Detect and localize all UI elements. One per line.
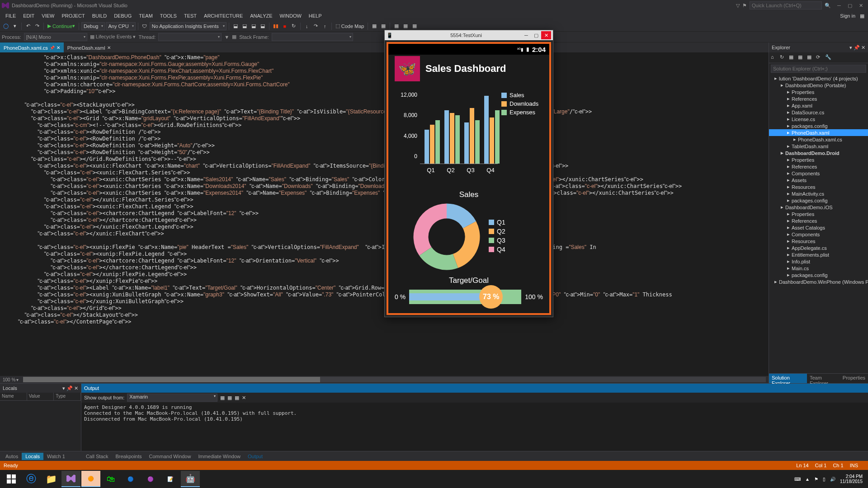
tray-vol-icon[interactable]: 🔊 <box>830 477 835 482</box>
step-button-2[interactable]: ⬓ <box>241 22 249 31</box>
stop-button[interactable]: ■ <box>281 22 289 31</box>
menu-file[interactable]: FILE <box>2 12 19 19</box>
tree-node[interactable]: ▸PhoneDash.xaml.cs <box>769 136 868 143</box>
step-out-button[interactable]: ↑ <box>321 22 329 31</box>
tree-node[interactable]: ▸Components <box>769 170 868 177</box>
lifecycle-button[interactable]: ▦ Lifecycle Events ▾ <box>90 34 136 40</box>
feedback-icon[interactable]: ▽ <box>736 3 740 9</box>
tray-keyboard-icon[interactable]: ⌨ <box>794 477 801 482</box>
insights-combo[interactable]: No Application Insights Events <box>150 22 226 30</box>
properties-icon[interactable]: 🔧 <box>825 54 832 61</box>
horizontal-scrollbar[interactable] <box>23 377 766 382</box>
tray-net-icon[interactable]: ▯ <box>823 477 826 482</box>
restart-button[interactable]: ↻ <box>290 22 298 31</box>
tab-watch1[interactable]: Watch 1 <box>43 453 69 460</box>
maximize-button[interactable]: ▢ <box>844 1 855 9</box>
pin-icon[interactable]: 📌 <box>854 45 860 50</box>
navigate-forward-button[interactable]: ▾ <box>11 22 19 31</box>
tree-node[interactable]: ▸Entitlements.plist <box>769 251 868 258</box>
menu-edit[interactable]: EDIT <box>19 12 38 19</box>
dropdown-icon[interactable]: ▾ <box>849 45 852 50</box>
solution-search-input[interactable] <box>771 65 866 73</box>
tree-node[interactable]: ▸Properties <box>769 89 868 95</box>
menu-test[interactable]: TEST <box>180 12 200 19</box>
tree-node[interactable]: ▸Main.cs <box>769 265 868 272</box>
menu-team[interactable]: TEAM <box>135 12 156 19</box>
tree-node[interactable]: ▸References <box>769 217 868 224</box>
tab-properties[interactable]: Properties <box>840 374 868 383</box>
menu-tools[interactable]: TOOLS <box>156 12 180 19</box>
tab-output[interactable]: Output <box>244 453 266 460</box>
tool-x3[interactable]: ▦ <box>392 22 401 31</box>
solution-tree[interactable]: ▸lution 'DashboardDemo' (4 projects)▸Das… <box>769 74 868 373</box>
quick-launch-input[interactable] <box>750 1 822 9</box>
close-icon[interactable]: ✕ <box>57 45 60 50</box>
menu-help[interactable]: HELP <box>305 12 326 19</box>
tree-node[interactable]: ▸MainActivity.cs <box>769 190 868 197</box>
col-name[interactable]: Name <box>0 393 27 400</box>
menu-architecture[interactable]: ARCHITECTURE <box>200 12 246 19</box>
user-icon[interactable]: ▦ <box>860 13 864 19</box>
step-button[interactable]: ⬓ <box>231 22 240 31</box>
store-icon[interactable]: 🛍 <box>101 471 120 487</box>
close-icon[interactable]: ✕ <box>74 385 78 391</box>
tool-x4[interactable]: ▦ <box>401 22 410 31</box>
tool-x2[interactable]: ▦ <box>379 22 387 31</box>
app-icon[interactable]: 🟠 <box>81 471 100 487</box>
menu-project[interactable]: PROJECT <box>58 12 88 19</box>
config-combo[interactable]: Debug <box>81 22 105 30</box>
continue-button[interactable]: ▶ Continue ▾ <box>46 22 76 31</box>
clear-icon[interactable]: ✕ <box>242 395 246 401</box>
tree-node[interactable]: ▸DashboardDemo.Droid <box>769 150 868 156</box>
tree-node[interactable]: ▸Info.plist <box>769 258 868 265</box>
thread-combo[interactable] <box>158 33 222 41</box>
tree-node[interactable]: ▸DataSource.cs <box>769 109 868 116</box>
close-button[interactable]: ✕ <box>541 31 551 39</box>
codemap-button[interactable]: ⬚ Code Map <box>334 22 366 31</box>
eclipse-icon[interactable]: 🟣 <box>141 471 160 487</box>
col-type[interactable]: Type <box>54 393 81 400</box>
tree-node[interactable]: ▸lution 'DashboardDemo' (4 projects) <box>769 75 868 82</box>
zoom-level[interactable]: 100 % <box>3 377 15 382</box>
sign-in-link[interactable]: Sign in <box>840 13 855 19</box>
tree-node[interactable]: ▸packages.config <box>769 272 868 278</box>
menu-build[interactable]: BUILD <box>89 12 110 19</box>
redo-button[interactable]: ↷ <box>33 22 41 31</box>
tool-icon[interactable]: ▦ <box>220 395 225 401</box>
tool-icon[interactable]: ▦ <box>235 395 239 401</box>
tree-node[interactable]: ▸App.xaml <box>769 102 868 109</box>
step-into-button[interactable]: ↓ <box>303 22 311 31</box>
menu-view[interactable]: VIEW <box>38 12 58 19</box>
close-icon[interactable]: ✕ <box>861 45 865 50</box>
tree-node[interactable]: ▸Properties <box>769 211 868 217</box>
tree-node[interactable]: ▸packages.config <box>769 122 868 129</box>
minimize-button[interactable]: ─ <box>521 31 531 39</box>
home-icon[interactable]: ⌂ <box>771 54 778 61</box>
tree-node[interactable]: ▸TabletDash.xaml <box>769 143 868 150</box>
start-button[interactable] <box>2 471 21 487</box>
minimize-button[interactable]: ─ <box>834 1 844 9</box>
tree-node[interactable]: ▸License.cs <box>769 116 868 122</box>
tool-icon[interactable]: ⟳ <box>816 54 823 61</box>
tool2-x1[interactable]: ▼ <box>224 34 229 40</box>
tool-icon[interactable]: ▦ <box>798 54 805 61</box>
pin-icon[interactable]: 📌 <box>66 385 73 391</box>
tab-solution-explorer[interactable]: Solution Explorer <box>769 374 807 383</box>
sync-icon[interactable]: ↻ <box>780 54 787 61</box>
tab-command[interactable]: Command Window <box>146 453 195 460</box>
tree-node[interactable]: ▸Properties <box>769 156 868 163</box>
step-button-4[interactable]: ⬓ <box>259 22 267 31</box>
tree-node[interactable]: ▸References <box>769 95 868 102</box>
tree-node[interactable]: ▸PhoneDash.xaml <box>769 129 868 136</box>
tree-node[interactable]: ▸packages.config <box>769 197 868 204</box>
menu-analyze[interactable]: ANALYZE <box>246 12 276 19</box>
output-text[interactable]: Agent Designer 4.0.0.1689 is running Con… <box>81 403 868 451</box>
tool2-x2[interactable]: ▦ <box>232 34 236 40</box>
navigate-back-button[interactable]: ◯ <box>2 22 10 31</box>
step-button-3[interactable]: ⬓ <box>250 22 258 31</box>
maximize-button[interactable]: ▢ <box>531 31 541 39</box>
tree-node[interactable]: ▸Resources <box>769 238 868 244</box>
tree-node[interactable]: ▸AppDelegate.cs <box>769 244 868 251</box>
tool-icon[interactable]: ▦ <box>227 395 232 401</box>
stackframe-combo[interactable] <box>272 33 353 41</box>
